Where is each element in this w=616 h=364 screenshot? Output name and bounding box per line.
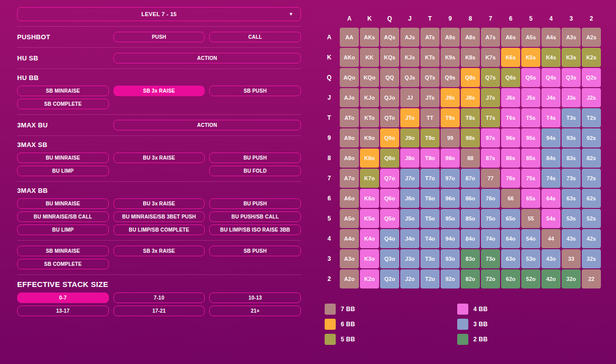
matrix-row-header-7: 7: [320, 169, 339, 188]
hand-cell-q8s: Q8s: [461, 68, 480, 87]
button-pushbot-call[interactable]: CALL: [209, 32, 301, 42]
divider: [17, 181, 301, 182]
hand-cell-k2o: K2o: [360, 269, 379, 288]
button-3max-sb-bu-push[interactable]: BU PUSH: [209, 153, 301, 163]
button-stack-size-0-7[interactable]: 0-7: [17, 293, 109, 303]
hand-cell-q8o: Q8o: [380, 149, 399, 168]
hand-cell-j5s: J5s: [521, 88, 540, 107]
hand-cell-aa: AA: [340, 28, 359, 47]
hand-cell-t8s: T8s: [461, 108, 480, 127]
button-stack-size-13-17[interactable]: 13-17: [17, 306, 109, 316]
hand-cell-j8s: J8s: [461, 88, 480, 107]
button-3max-bb-bu-limp-sb-complete[interactable]: BU LIMP/SB COMPLETE: [113, 225, 205, 235]
button-3max-bb-bu-limp[interactable]: BU LIMP: [17, 225, 109, 235]
hand-cell-83o: 83o: [461, 249, 480, 268]
hand-matrix: AKQJT98765432AAAAKsAQsAJsATsA9sA8sA7sA6s…: [320, 10, 601, 288]
legend-item-5bb: 5 BB: [325, 334, 355, 345]
section-label-3max-sb: 3MAX SB: [17, 141, 301, 149]
button-3max-bb-bu-3x-raise[interactable]: BU 3x RAISE: [113, 198, 205, 209]
hand-cell-k8o: K8o: [360, 149, 379, 168]
matrix-col-header-6: 6: [501, 10, 520, 27]
hand-cell-96o: 96o: [441, 189, 460, 208]
hand-cell-q5o: Q5o: [380, 209, 399, 228]
button-hu-bb-sb-3x-raise[interactable]: SB 3x RAISE: [113, 86, 205, 96]
hand-cell-kqo: KQo: [360, 68, 379, 87]
legend-swatch-4bb: [457, 304, 468, 315]
hand-cell-65o: 65o: [501, 209, 520, 228]
hand-cell-95s: 95s: [521, 128, 540, 148]
hand-cell-86s: 86s: [501, 149, 520, 168]
matrix-row-header-a: A: [320, 28, 339, 47]
matrix-row-header-k: K: [320, 48, 339, 67]
button-3max-bb-bu-minraise[interactable]: BU MINRAISE: [17, 198, 109, 209]
button-stack-size-21[interactable]: 21+: [209, 306, 301, 316]
hand-cell-54o: 54o: [521, 229, 540, 248]
hand-cell-77: 77: [481, 169, 500, 188]
hand-cell-kjs: KJs: [400, 48, 419, 67]
button-3max-sb-bu-fold[interactable]: BU FOLD: [209, 166, 301, 176]
hand-cell-65s: 65s: [521, 189, 540, 208]
hand-cell-qjo: QJo: [380, 88, 399, 107]
hand-cell-q7s: Q7s: [481, 68, 500, 87]
button-3max-bb-bu-minraise-sb-call[interactable]: BU MINRAISE/SB CALL: [17, 211, 109, 222]
button-3max-sb-bu-limp[interactable]: BU LIMP: [17, 166, 109, 176]
button-3max-bb-bu-push[interactable]: BU PUSH: [209, 198, 301, 209]
button-hu-bb-sb-minraise[interactable]: SB MINRAISE: [17, 86, 109, 96]
hand-cell-t5o: T5o: [420, 209, 440, 228]
button-sb-group-sb-push[interactable]: SB PUSH: [209, 246, 301, 256]
hand-cell-t7s: T7s: [481, 108, 500, 127]
button-row: 3MAX BUACTION: [17, 120, 301, 130]
matrix-col-header-t: T: [420, 10, 440, 27]
hand-cell-j6o: J6o: [400, 189, 419, 208]
hand-cell-55: 55: [521, 209, 540, 228]
button-hu-sb-action[interactable]: ACTION: [113, 53, 301, 63]
button-3max-sb-bu-minraise[interactable]: BU MINRAISE: [17, 153, 109, 163]
button-stack-size-7-10[interactable]: 7-10: [113, 293, 205, 303]
button-stack-size-10-13[interactable]: 10-13: [209, 293, 301, 303]
button-hu-bb-sb-complete[interactable]: SB COMPLETE: [17, 99, 109, 109]
hand-cell-32o: 32o: [562, 269, 581, 288]
level-select[interactable]: LEVEL 7 - 15 ▼: [17, 7, 301, 21]
hand-cell-75o: 75o: [481, 209, 500, 228]
button-sb-group-sb-3x-raise[interactable]: SB 3x RAISE: [113, 246, 205, 256]
button-3max-bb-bu-push-sb-call[interactable]: BU PUSH/SB CALL: [209, 211, 301, 222]
button-3max-bb-bu-minraise-sb-3bet-push[interactable]: BU MINRAISE/SB 3BET PUSH: [113, 211, 205, 222]
hand-cell-98s: 98s: [461, 128, 480, 148]
hand-cell-t4s: T4s: [541, 108, 561, 127]
button-hu-bb-sb-push[interactable]: SB PUSH: [209, 86, 301, 96]
hand-cell-a4s: A4s: [541, 28, 561, 47]
hand-cell-j8o: J8o: [400, 149, 419, 168]
button-pushbot-push[interactable]: PUSH: [113, 32, 205, 42]
hand-cell-84o: 84o: [461, 229, 480, 248]
hand-cell-k8s: K8s: [461, 48, 480, 67]
hand-cell-k5s: K5s: [521, 48, 540, 67]
matrix-col-header-9: 9: [441, 10, 460, 27]
button-sb-group-sb-minraise[interactable]: SB MINRAISE: [17, 246, 109, 256]
button-3max-sb-bu-3x-raise[interactable]: BU 3x RAISE: [113, 153, 205, 163]
hand-cell-t9s: T9s: [441, 108, 460, 127]
button-sb-group-sb-complete[interactable]: SB COMPLETE: [17, 259, 109, 269]
button-3max-bu-action[interactable]: ACTION: [113, 120, 301, 130]
matrix-row-header-5: 5: [320, 209, 339, 228]
hand-cell-t6s: T6s: [501, 108, 520, 127]
hand-cell-ajs: AJs: [400, 28, 419, 47]
hand-cell-72o: 72o: [481, 269, 500, 288]
divider: [17, 26, 301, 27]
hand-cell-97o: 97o: [441, 169, 460, 188]
hand-cell-88: 88: [461, 149, 480, 168]
matrix-col-header-4: 4: [541, 10, 561, 27]
left-panel: LEVEL 7 - 15 ▼ PUSHBOTPUSHCALLHU SBACTIO…: [17, 7, 301, 316]
hand-cell-a2o: A2o: [340, 269, 359, 288]
hand-cell-ats: ATs: [420, 28, 440, 47]
hand-cell-q6s: Q6s: [501, 68, 520, 87]
matrix-col-header-a: A: [340, 10, 359, 27]
hand-cell-72s: 72s: [582, 169, 601, 188]
hand-cell-t8o: T8o: [420, 149, 440, 168]
button-3max-bb-bu-limp-sb-iso-raise-3bb[interactable]: BU LIMP/SB ISO RAISE 3BB: [209, 225, 301, 235]
hand-cell-aqo: AQo: [340, 68, 359, 87]
hand-cell-q7o: Q7o: [380, 169, 399, 188]
button-stack-size-17-21[interactable]: 17-21: [113, 306, 205, 316]
matrix-row-header-4: 4: [320, 229, 339, 248]
hand-cell-j9o: J9o: [400, 128, 419, 148]
divider: [17, 240, 301, 241]
